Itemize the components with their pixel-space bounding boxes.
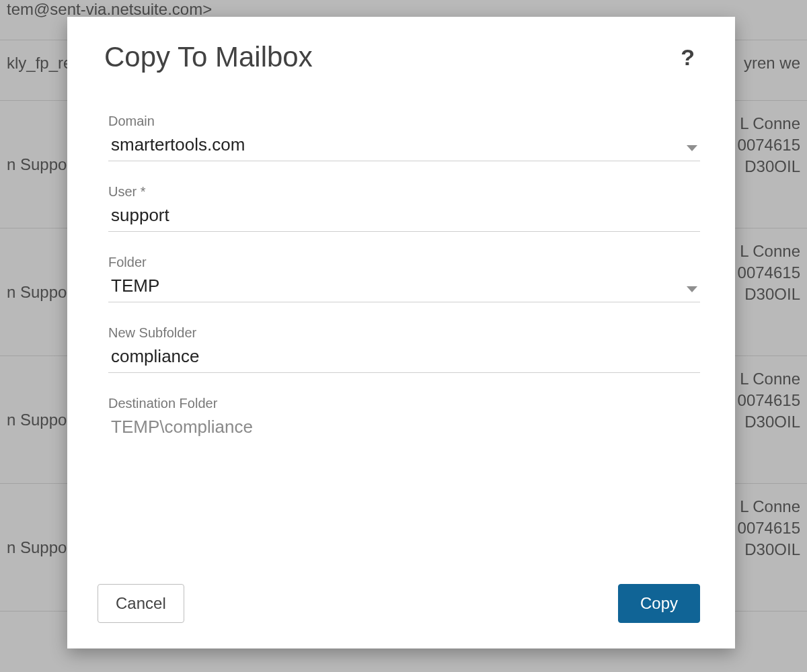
dialog-title: Copy To Mailbox: [104, 41, 313, 73]
destination-folder-field: Destination Folder TEMP\compliance: [108, 396, 700, 443]
help-icon[interactable]: ?: [681, 44, 700, 71]
folder-label: Folder: [108, 255, 700, 270]
chevron-down-icon: [687, 145, 697, 151]
destination-folder-label: Destination Folder: [108, 396, 700, 411]
cancel-button[interactable]: Cancel: [98, 584, 184, 623]
user-input[interactable]: [108, 204, 700, 228]
copy-to-mailbox-dialog: Copy To Mailbox ? Domain smartertools.co…: [67, 17, 735, 648]
new-subfolder-input[interactable]: [108, 345, 700, 370]
user-field[interactable]: User *: [108, 184, 700, 232]
destination-folder-value: TEMP\compliance: [108, 415, 700, 440]
user-label: User *: [108, 184, 700, 200]
domain-select-value[interactable]: smartertools.com: [108, 133, 700, 158]
new-subfolder-field[interactable]: New Subfolder: [108, 325, 700, 373]
domain-label: Domain: [108, 114, 700, 129]
dialog-footer: Cancel Copy: [98, 577, 700, 623]
domain-field[interactable]: Domain smartertools.com: [108, 114, 700, 161]
copy-button[interactable]: Copy: [618, 584, 700, 623]
folder-select-value[interactable]: TEMP: [108, 274, 700, 299]
dialog-form: Domain smartertools.com User * Folder TE…: [104, 114, 700, 577]
chevron-down-icon: [687, 286, 697, 292]
dialog-header: Copy To Mailbox ?: [104, 41, 700, 73]
folder-field[interactable]: Folder TEMP: [108, 255, 700, 302]
new-subfolder-label: New Subfolder: [108, 325, 700, 341]
